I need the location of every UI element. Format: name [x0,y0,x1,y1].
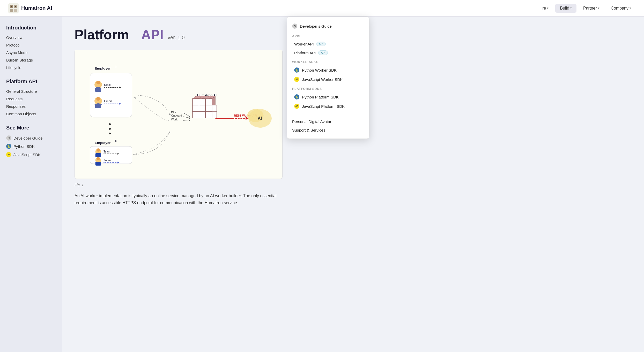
title-platform: Platform [75,27,129,42]
svg-rect-4 [14,9,17,12]
dropdown-worker-sdks-label: Worker SDKs [287,57,369,65]
sidebar-section-introduction: Introduction Overview Protocol Async Mod… [6,25,56,71]
sidebar-item-developer-guide[interactable]: ⊙ Developer Guide [6,134,56,142]
svg-rect-62 [205,112,212,118]
sidebar-item-common-objects[interactable]: Common Objects [6,110,56,118]
svg-text:Team: Team [103,150,110,153]
svg-rect-13 [95,88,101,92]
title-version: ver. 1.0 [168,35,185,41]
sidebar-section-title-platform-api: Platform API [6,79,56,85]
svg-rect-58 [199,105,205,112]
svg-rect-56 [205,99,212,105]
sidebar-section-platform-api: Platform API General Structure Requests … [6,79,56,118]
build-chevron-icon: ▾ [570,6,572,10]
svg-rect-31 [95,153,101,157]
dropdown-platform-sdks-label: Platform SDKs [287,84,369,92]
svg-rect-68 [212,105,217,112]
header: Humatron AI Hire ▾ Build ▾ Partner ▾ Com… [0,0,644,17]
javascript-icon: JS [6,152,11,157]
svg-point-12 [96,81,100,84]
svg-rect-3 [10,9,13,12]
svg-rect-6 [15,6,16,7]
svg-point-30 [97,148,100,152]
hire-chevron-icon: ▾ [547,6,549,10]
dropdown-python-worker-sdk[interactable]: 🐍 Python Worker SDK [287,65,369,75]
svg-text:Work: Work [171,118,178,121]
svg-rect-55 [199,99,205,105]
svg-text:Email: Email [104,99,112,103]
python-icon: 🐍 [6,144,11,149]
sidebar-item-responses[interactable]: Responses [6,103,56,110]
sidebar-item-async-mode[interactable]: Async Mode [6,49,56,56]
svg-point-23 [109,123,111,125]
nav-company[interactable]: Company ▾ [606,4,636,13]
partner-chevron-icon: ▾ [598,6,599,10]
page-title: Platform API ver. 1.0 [75,27,283,42]
svg-text:Employer: Employer [95,66,111,70]
sidebar: Introduction Overview Protocol Async Mod… [0,17,62,352]
nav-hire[interactable]: Hire ▾ [534,4,553,13]
svg-rect-5 [11,6,12,7]
svg-rect-54 [193,99,199,105]
worker-api-badge: API [316,42,326,46]
architecture-diagram: Employer 1 Slack Email [83,60,274,167]
dropdown-python-platform-sdk[interactable]: 🐍 Python Platform SDK [287,92,369,102]
sidebar-item-lifecycle[interactable]: Lifecycle [6,64,56,71]
svg-rect-67 [212,112,217,118]
logo-icon [8,3,19,13]
python-icon-2: 🐍 [294,67,299,73]
sidebar-item-js-sdk[interactable]: JS JavaScript SDK [6,150,56,159]
js-icon-3: JS [294,104,299,109]
sidebar-item-built-in-storage[interactable]: Built-In Storage [6,56,56,64]
svg-point-36 [97,157,100,160]
svg-rect-10 [90,73,132,117]
svg-rect-0 [8,3,19,13]
svg-rect-19 [95,104,101,108]
sidebar-item-overview[interactable]: Overview [6,34,56,41]
sidebar-section-see-more: See More ⊙ Developer Guide 🐍 Python SDK … [6,125,56,159]
sidebar-section-title-introduction: Introduction [6,25,56,31]
svg-text:Zoom: Zoom [103,159,111,162]
diagram-container: Employer 1 Slack Email [75,50,283,179]
svg-rect-60 [193,112,199,118]
dropdown-apis-label: APIs [287,31,369,40]
js-icon-2: JS [294,77,299,82]
svg-point-25 [109,133,111,134]
dropdown-personal-digital-avatar[interactable]: Personal Digital Avatar [287,117,369,126]
dropdown-worker-api[interactable]: Worker API API [287,40,369,48]
svg-rect-57 [193,105,199,112]
logo-text: Humatron AI [21,5,52,11]
sidebar-item-python-sdk[interactable]: 🐍 Python SDK [6,142,56,150]
sidebar-item-requests[interactable]: Requests [6,95,56,103]
svg-text:Slack: Slack [104,83,112,86]
svg-rect-59 [205,105,212,112]
svg-text:Employer: Employer [95,141,111,145]
svg-point-18 [96,97,100,101]
svg-text:Hire: Hire [171,110,176,113]
nav-partner[interactable]: Partner ▾ [579,4,604,13]
logo[interactable]: Humatron AI [8,3,52,13]
dropdown-support-services[interactable]: Support & Services [287,126,369,134]
title-api: API [141,27,164,42]
dropdown-developers-guide[interactable]: ⊙ Developer's Guide [287,21,369,31]
dropdown-divider [287,114,369,114]
dropdown-js-platform-sdk[interactable]: JS JavaScript Platform SDK [287,102,369,111]
svg-rect-61 [199,112,205,118]
dropdown-js-worker-sdk[interactable]: JS JavaScript Worker SDK [287,75,369,84]
description-text: An AI worker implementation is typically… [75,192,283,206]
svg-rect-37 [95,162,101,165]
main-content: Platform API ver. 1.0 Employer 1 Slack [62,17,295,352]
sidebar-item-protocol[interactable]: Protocol [6,41,56,49]
platform-api-badge: API [318,50,328,55]
svg-text:Onboard: Onboard [171,114,182,117]
company-chevron-icon: ▾ [630,6,631,10]
build-dropdown: ⊙ Developer's Guide APIs Worker API API … [287,17,369,139]
fig-label: Fig. 1 [75,183,283,187]
svg-point-24 [109,128,111,130]
sidebar-item-general-structure[interactable]: General Structure [6,88,56,95]
nav-build[interactable]: Build ▾ [555,4,576,13]
svg-text:AI: AI [258,116,262,120]
globe-icon: ⊙ [6,135,11,141]
dropdown-platform-api[interactable]: Platform API API [287,48,369,57]
header-nav: Hire ▾ Build ▾ Partner ▾ Company ▾ [534,4,636,13]
